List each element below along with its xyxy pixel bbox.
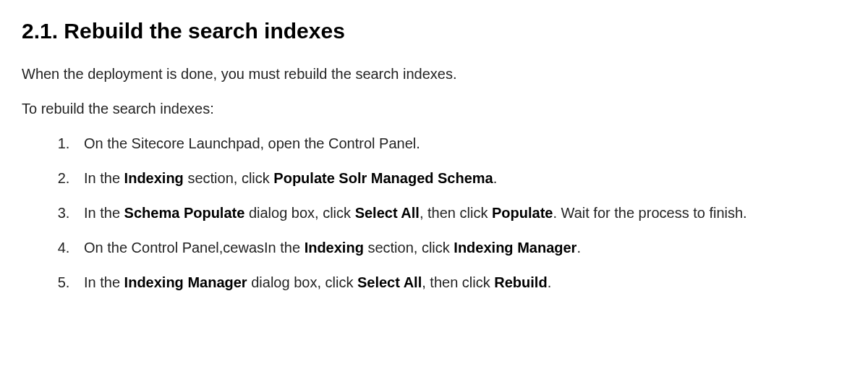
bold-term: Indexing Manager (124, 274, 247, 290)
step-text: On the Control Panel,cewasIn the (84, 240, 305, 256)
bold-term: Populate (492, 205, 553, 221)
step-text: dialog box, click (244, 205, 354, 221)
step-text: section, click (364, 240, 454, 256)
step-text: . (493, 170, 498, 186)
step-text: . (548, 274, 552, 290)
step-text: On the Sitecore Launchpad, open the Cont… (84, 135, 420, 151)
bold-term: Indexing (305, 240, 364, 256)
step-text: , then click (422, 274, 494, 290)
step-text: section, click (184, 170, 273, 186)
step-item: In the Schema Populate dialog box, click… (74, 202, 846, 224)
step-text: , then click (420, 205, 492, 221)
steps-list: On the Sitecore Launchpad, open the Cont… (22, 132, 846, 293)
step-text: In the (84, 274, 124, 290)
intro-paragraph: When the deployment is done, you must re… (22, 63, 846, 85)
bold-term: Schema Populate (124, 205, 245, 221)
step-text: In the (84, 170, 124, 186)
step-text: . Wait for the process to finish. (553, 205, 746, 221)
step-item: On the Sitecore Launchpad, open the Cont… (74, 132, 846, 154)
bold-term: Select All (357, 274, 422, 290)
step-item: On the Control Panel,cewasIn the Indexin… (74, 237, 846, 258)
step-item: In the Indexing section, click Populate … (74, 167, 846, 189)
bold-term: Indexing (124, 170, 184, 186)
bold-term: Select All (355, 205, 420, 221)
step-text: . (576, 240, 581, 256)
step-text: In the (84, 205, 124, 221)
bold-term: Populate Solr Managed Schema (273, 170, 493, 186)
lead-in-paragraph: To rebuild the search indexes: (22, 98, 846, 119)
bold-term: Rebuild (494, 274, 547, 290)
step-item: In the Indexing Manager dialog box, clic… (74, 271, 846, 293)
step-text: dialog box, click (247, 274, 357, 290)
bold-term: Indexing Manager (454, 240, 576, 256)
section-heading: 2.1. Rebuild the search indexes (22, 14, 846, 47)
